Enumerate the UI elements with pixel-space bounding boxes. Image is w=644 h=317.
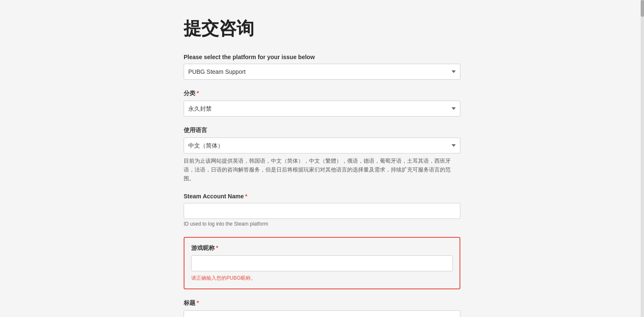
page-title: 提交咨询 <box>184 17 460 40</box>
platform-label: Please select the platform for your issu… <box>184 54 460 60</box>
game-nickname-label: 游戏昵称* <box>191 244 453 252</box>
steam-account-label: Steam Account Name* <box>184 193 460 200</box>
language-info: 目前为止该网站提供英语，韩国语，中文（简体），中文（繁體），俄语，德语，葡萄牙语… <box>184 157 460 183</box>
scrollbar-track[interactable] <box>641 0 644 317</box>
language-select[interactable]: 中文（简体） English 한국어 中文（繁體） <box>184 138 460 153</box>
language-section: 使用语言 中文（简体） English 한국어 中文（繁體） 目前为止该网站提供… <box>184 127 460 183</box>
steam-account-input[interactable] <box>184 203 460 219</box>
steam-account-required: * <box>245 193 247 200</box>
category-label: 分类* <box>184 90 460 97</box>
category-section: 分类* 永久封禁 临时封禁 其他 <box>184 90 460 117</box>
platform-section: Please select the platform for your issu… <box>184 54 460 80</box>
game-nickname-section: 游戏昵称* 请正确输入您的PUBG昵称。 <box>184 237 460 289</box>
title-section: 标题* <box>184 299 460 317</box>
page-container: 提交咨询 Please select the platform for your… <box>175 0 469 317</box>
game-nickname-input[interactable] <box>191 255 453 271</box>
title-input[interactable] <box>184 310 460 317</box>
title-label: 标题* <box>184 299 460 307</box>
steam-account-hint: ID used to log into the Steam platform <box>184 221 460 227</box>
game-nickname-required: * <box>216 244 218 251</box>
category-required: * <box>197 90 199 96</box>
language-label: 使用语言 <box>184 127 460 134</box>
game-nickname-hint: 请正确输入您的PUBG昵称。 <box>191 275 453 282</box>
category-select[interactable]: 永久封禁 临时封禁 其他 <box>184 101 460 117</box>
platform-select[interactable]: PUBG Steam Support PUBG Console Support <box>184 64 460 80</box>
title-required: * <box>197 299 199 306</box>
steam-account-section: Steam Account Name* ID used to log into … <box>184 193 460 227</box>
scrollbar-thumb[interactable] <box>641 0 644 17</box>
